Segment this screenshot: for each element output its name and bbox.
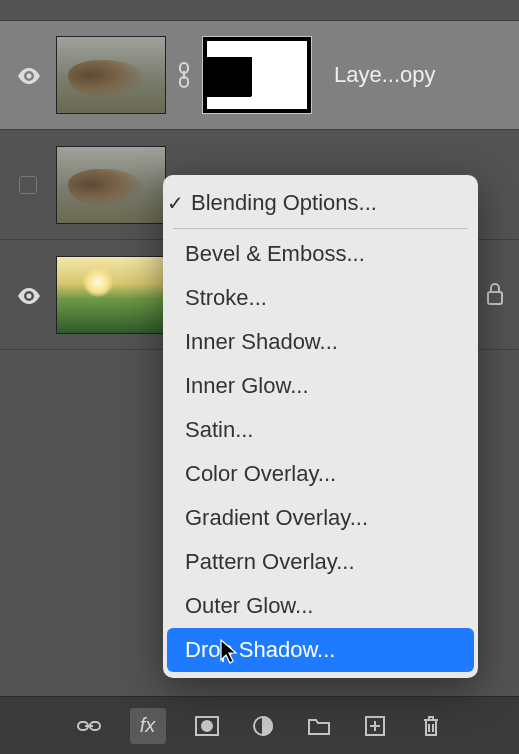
menu-item-inner-glow[interactable]: Inner Glow...	[163, 364, 478, 408]
add-mask-button[interactable]	[192, 711, 222, 741]
link-layers-button[interactable]	[74, 711, 104, 741]
link-icon[interactable]	[174, 62, 194, 88]
menu-item-color-overlay[interactable]: Color Overlay...	[163, 452, 478, 496]
layer-style-menu: ✓ Blending Options... Bevel & Emboss... …	[163, 175, 478, 678]
menu-separator	[173, 228, 468, 229]
menu-item-satin[interactable]: Satin...	[163, 408, 478, 452]
menu-item-drop-shadow[interactable]: Drop Shadow...	[167, 628, 474, 672]
menu-item-outer-glow[interactable]: Outer Glow...	[163, 584, 478, 628]
visibility-toggle[interactable]	[8, 288, 48, 302]
visibility-off-icon	[19, 176, 37, 194]
menu-item-stroke[interactable]: Stroke...	[163, 276, 478, 320]
menu-item-label: Pattern Overlay...	[185, 549, 355, 574]
layer-thumbnail[interactable]	[56, 36, 166, 114]
visibility-toggle[interactable]	[8, 176, 48, 194]
menu-item-inner-shadow[interactable]: Inner Shadow...	[163, 320, 478, 364]
menu-item-label: Bevel & Emboss...	[185, 241, 365, 266]
svg-rect-5	[488, 292, 502, 304]
eye-icon	[17, 68, 39, 82]
menu-item-gradient-overlay[interactable]: Gradient Overlay...	[163, 496, 478, 540]
layer-row[interactable]: Laye...opy	[0, 20, 519, 130]
menu-item-label: Inner Shadow...	[185, 329, 338, 354]
layer-thumbnail[interactable]	[56, 256, 166, 334]
menu-item-label: Gradient Overlay...	[185, 505, 368, 530]
fx-button[interactable]: fx	[130, 708, 166, 744]
menu-item-label: Inner Glow...	[185, 373, 309, 398]
menu-item-pattern-overlay[interactable]: Pattern Overlay...	[163, 540, 478, 584]
adjustment-layer-button[interactable]	[248, 711, 278, 741]
visibility-toggle[interactable]	[8, 68, 48, 82]
new-layer-button[interactable]	[360, 711, 390, 741]
eye-icon	[17, 288, 39, 302]
svg-point-4	[27, 293, 32, 298]
new-group-button[interactable]	[304, 711, 334, 741]
svg-point-10	[202, 721, 212, 731]
menu-item-label: Color Overlay...	[185, 461, 336, 486]
layer-name[interactable]: Laye...opy	[334, 62, 436, 88]
checkmark-icon: ✓	[167, 191, 184, 215]
lock-icon	[485, 282, 505, 310]
menu-item-label: Stroke...	[185, 285, 267, 310]
layer-thumbnail[interactable]	[56, 146, 166, 224]
layers-toolbar: fx	[0, 696, 519, 754]
svg-point-0	[27, 74, 32, 79]
menu-item-blending-options[interactable]: ✓ Blending Options...	[163, 181, 478, 225]
delete-layer-button[interactable]	[416, 711, 446, 741]
fx-icon: fx	[140, 714, 156, 737]
layer-mask-thumbnail[interactable]	[202, 36, 312, 114]
menu-item-label: Satin...	[185, 417, 253, 442]
menu-item-bevel-emboss[interactable]: Bevel & Emboss...	[163, 232, 478, 276]
menu-item-label: Drop Shadow...	[185, 637, 335, 662]
menu-item-label: Blending Options...	[191, 190, 377, 215]
menu-item-label: Outer Glow...	[185, 593, 313, 618]
